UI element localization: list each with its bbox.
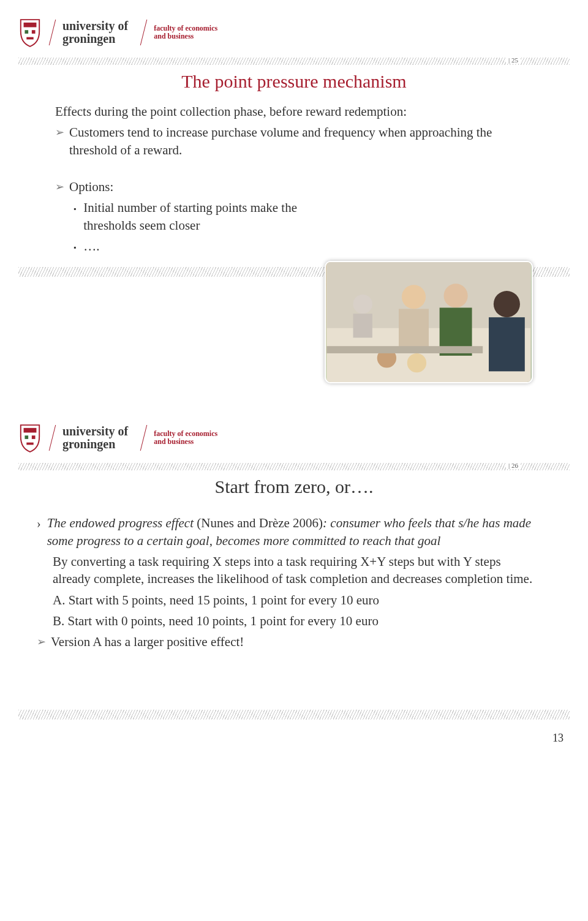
- bullet-text: Customers tend to increase purchase volu…: [69, 124, 533, 159]
- university-shield-icon: [18, 17, 42, 48]
- svg-rect-12: [489, 318, 525, 372]
- svg-rect-18: [32, 436, 36, 440]
- option-a: A. Start with 5 points, need 15 points, …: [53, 592, 379, 609]
- faculty-name: faculty of economics and business: [154, 24, 217, 40]
- hatch-divider: | 26: [18, 463, 570, 470]
- faculty-name: faculty of economics and business: [154, 430, 217, 446]
- square-bullet-icon: ▪: [74, 199, 76, 234]
- svg-rect-0: [24, 23, 37, 28]
- page-number: 13: [18, 720, 570, 751]
- options-label: Options:: [69, 178, 113, 195]
- conclusion-text: Version A has a larger positive effect!: [51, 633, 244, 650]
- svg-rect-16: [24, 428, 37, 433]
- svg-rect-2: [32, 30, 36, 34]
- effects-intro: Effects during the point collection phas…: [55, 103, 533, 120]
- arrow-bullet-icon: ➢: [55, 178, 64, 195]
- svg-rect-1: [24, 30, 28, 34]
- slide-title: Start from zero, or….: [18, 476, 570, 497]
- slide-body: Effects during the point collection phas…: [18, 103, 570, 255]
- university-name: university of groningen: [62, 425, 128, 451]
- svg-rect-17: [24, 436, 28, 440]
- slide-number: | 25: [506, 56, 521, 64]
- slide-header: university of groningen faculty of econo…: [18, 12, 570, 55]
- slash-divider-icon: [137, 17, 150, 48]
- arrow-bullet-icon: ➢: [55, 124, 64, 159]
- slide-header: university of groningen faculty of econo…: [18, 418, 570, 460]
- endowed-text: The endowed progress effect (Nunes and D…: [47, 514, 539, 549]
- svg-point-5: [353, 295, 372, 314]
- hatch-divider: [18, 710, 570, 720]
- svg-point-14: [407, 353, 426, 372]
- svg-rect-8: [399, 309, 429, 351]
- university-name: university of groningen: [62, 20, 128, 45]
- svg-point-11: [494, 291, 520, 317]
- option-b: B. Start with 0 points, need 10 points, …: [53, 612, 379, 630]
- slide-body: › The endowed progress effect (Nunes and…: [18, 514, 570, 650]
- option-text: Initial number of starting points make t…: [83, 199, 341, 234]
- svg-rect-15: [326, 347, 483, 354]
- svg-point-9: [444, 284, 468, 308]
- square-bullet-icon: ▪: [74, 238, 76, 255]
- slash-divider-icon: [45, 17, 59, 48]
- slash-divider-icon: [45, 423, 59, 453]
- arrow-bullet-icon: ➢: [37, 633, 46, 650]
- svg-point-7: [402, 285, 426, 309]
- conversion-text: By converting a task requiring X steps i…: [53, 553, 539, 588]
- slide-title: The point pressure mechanism: [18, 71, 570, 92]
- angle-bullet-icon: ›: [37, 514, 41, 549]
- university-shield-icon: [18, 423, 42, 453]
- hatch-divider: | 25: [18, 58, 570, 65]
- slash-divider-icon: [137, 423, 150, 453]
- slide-number: | 26: [506, 462, 521, 469]
- option-text: ….: [83, 238, 99, 255]
- checkout-photo: [325, 261, 533, 383]
- svg-rect-6: [353, 314, 372, 338]
